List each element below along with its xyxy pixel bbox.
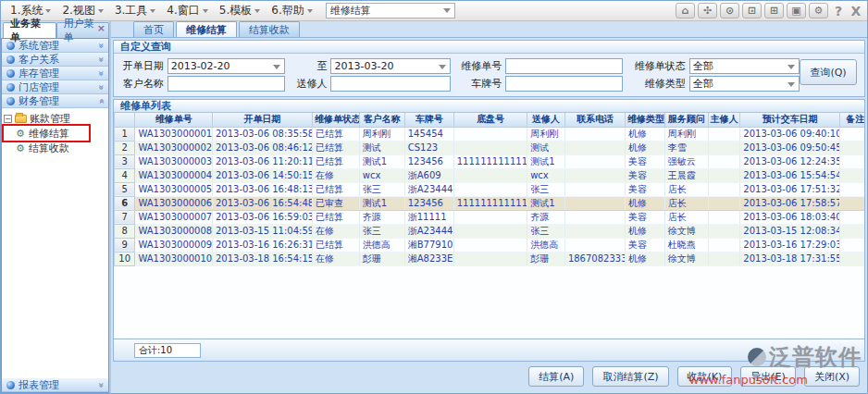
cell: 已结算 [312, 210, 359, 224]
cell: 2013-03-06 18:03:40 [740, 210, 840, 224]
tree-item-label: 结算收款 [29, 142, 69, 155]
plate-input[interactable] [509, 77, 619, 91]
column-header[interactable]: 维修单号 [135, 113, 213, 127]
tree-item-settlement-receipt[interactable]: ⚙ 结算收款 [4, 141, 106, 155]
chevron-down-icon [443, 8, 451, 13]
section-finance-mgmt[interactable]: 财务管理 » [2, 94, 108, 108]
cell: 测试1 [359, 154, 404, 168]
menu-tools[interactable]: 3.工具 [109, 1, 161, 20]
table-row[interactable]: 5WA13030000052013-03-06 16:48:13已结算张三浙A2… [115, 182, 865, 196]
home-icon[interactable]: ⌂ [676, 3, 695, 18]
close-button[interactable]: 关闭(X) [804, 366, 860, 387]
table-row[interactable]: 8WA13030000082013-03-15 11:04:59在修张三浙A23… [115, 224, 865, 238]
terminal-icon[interactable]: ▣ [787, 3, 806, 18]
export-button[interactable]: 导出(E) [740, 366, 796, 387]
help-icon[interactable]: ? [831, 4, 846, 18]
column-header[interactable] [115, 113, 135, 127]
column-header[interactable]: 送修人 [527, 113, 565, 127]
cell: 浙A609 [404, 168, 453, 182]
settle-button[interactable]: 结算(A) [528, 366, 584, 387]
cell: 2013-03-06 14:50:15 [212, 168, 312, 182]
menu-window[interactable]: 4.窗口 [161, 1, 213, 20]
cell: WA1303000005 [135, 182, 213, 196]
monitor-glyph: ⊡ [748, 5, 756, 17]
table-body: 1WA13030000012013-03-06 08:35:58已结算周利刚14… [115, 127, 865, 265]
customer-input[interactable] [171, 77, 281, 91]
cell: 周利刚 [527, 127, 565, 141]
cell [453, 127, 527, 141]
column-header[interactable]: 客户名称 [359, 113, 404, 127]
section-customer-relations[interactable]: 客户关系 » [2, 53, 108, 67]
section-report-mgmt[interactable]: 报表管理 » [2, 378, 108, 392]
column-header[interactable]: 联系电话 [564, 113, 625, 127]
column-header[interactable]: 主修人 [708, 113, 740, 127]
settings-gear-icon[interactable]: ⚙ [809, 3, 828, 18]
order-no-input[interactable] [509, 59, 619, 73]
power-icon[interactable]: ⊙ [720, 3, 739, 18]
table-row[interactable]: 10WA13030000102013-03-18 16:54:15在修彭珊湘A8… [115, 252, 865, 265]
receive-payment-button[interactable]: 收款(K) [677, 366, 733, 387]
repair-list-panel: 维修单列表 维修单号开单日期维修单状态客户名称车牌号底盘号送修人联系电话维修类型… [113, 99, 865, 362]
tab-settlement-receipt[interactable]: 结算收款 [239, 21, 300, 37]
column-header[interactable]: 备注 [840, 113, 864, 127]
fullscreen-icon[interactable]: ✣ [698, 3, 717, 18]
cell [453, 210, 527, 224]
table-row[interactable]: 4WA13030000042013-03-06 14:50:15在修wcx浙A6… [115, 168, 865, 182]
menu-template[interactable]: 5.模板 [214, 1, 266, 20]
cell [564, 154, 625, 168]
table-row[interactable]: 7WA13030000072013-03-06 16:59:03已结算齐源浙11… [115, 210, 865, 224]
tree-node-accounts[interactable]: − 账款管理 [4, 111, 106, 126]
tab-home[interactable]: 首页 [133, 21, 174, 37]
cell [708, 196, 740, 210]
cancel-settle-button[interactable]: 取消结算(Z) [592, 366, 668, 387]
column-header[interactable]: 开单日期 [212, 113, 312, 127]
column-header[interactable]: 维修单状态 [312, 113, 359, 127]
table-row[interactable]: 9WA13030000092013-03-16 16:26:31已结算洪德高湘B… [115, 238, 865, 252]
plate-field [505, 76, 623, 92]
section-inventory-mgmt[interactable]: 库存管理 » [2, 67, 108, 80]
action-button-bar: 结算(A) 取消结算(Z) 收款(K) 导出(E) 关闭(X) [111, 363, 867, 393]
cell [708, 210, 740, 224]
cell: WA1303000004 [135, 168, 213, 182]
to-date-select[interactable]: 2013-03-20 [330, 58, 450, 74]
column-header[interactable]: 预计交车日期 [740, 113, 840, 127]
module-select[interactable]: 维修结算 [326, 3, 455, 18]
tree-collapse-icon[interactable]: − [4, 115, 12, 123]
cell: 2013-03-15 12:08:34 [740, 224, 840, 238]
column-header[interactable]: 服务顾问 [664, 113, 708, 127]
column-header[interactable]: 底盘号 [453, 113, 527, 127]
menu-help[interactable]: 6.帮助 [266, 1, 317, 20]
column-header[interactable]: 维修类型 [626, 113, 665, 127]
tree-item-repair-settlement[interactable]: ⚙ 维修结算 [4, 126, 89, 141]
chevron-down-icon [307, 9, 313, 13]
section-store-mgmt[interactable]: 门店管理 » [2, 80, 108, 94]
monitor-icon[interactable]: ⊡ [742, 3, 762, 18]
cell: 2013-03-06 17:51:32 [740, 182, 840, 196]
column-header[interactable]: 车牌号 [404, 113, 453, 127]
cell: 1111111111111111 [453, 196, 527, 210]
cell: 机修 [626, 224, 665, 238]
sidebar-close-icon[interactable]: × [97, 23, 105, 33]
sender-input[interactable] [334, 77, 446, 91]
cell: 湘B77910 [404, 238, 453, 252]
cell: 浙11111 [404, 210, 453, 224]
repair-table-wrap[interactable]: 维修单号开单日期维修单状态客户名称车牌号底盘号送修人联系电话维修类型服务顾问主修… [114, 113, 864, 339]
from-date-select[interactable]: 2013-02-20 [167, 58, 285, 74]
close-icon[interactable]: X [849, 4, 863, 18]
table-row[interactable]: 3WA13030000032013-03-06 11:20:11已结算测试112… [115, 154, 865, 168]
menu-label: 6.帮助 [271, 3, 304, 18]
query-panel: 自定义查询 开单日期 2013-02-20 至 2013-03-20 维修单号 … [113, 40, 865, 97]
tab-repair-settlement[interactable]: 维修结算 [176, 21, 237, 37]
cell [840, 238, 864, 252]
tab-business-menu[interactable]: 业务菜单 [3, 22, 56, 38]
table-row[interactable]: 2WA13030000022013-03-06 08:46:12已结算测试CS1… [115, 141, 865, 154]
cell: 已审查 [312, 196, 359, 210]
type-select[interactable]: 全部 [689, 76, 800, 92]
search-button[interactable]: 查询(Q) [800, 59, 857, 85]
section-sphere-icon [6, 97, 15, 105]
status-select[interactable]: 全部 [689, 58, 800, 74]
apps-icon[interactable]: ⊞ [764, 3, 784, 18]
table-row[interactable]: 1WA13030000012013-03-06 08:35:58已结算周利刚14… [115, 127, 865, 141]
table-row[interactable]: 6WA13030000062013-03-06 16:54:48已审查测试112… [115, 196, 865, 210]
app-window: 1.系统 2.视图 3.工具 4.窗口 5.模板 6.帮助 维修结算 ⌂ ✣ ⊙… [0, 0, 868, 394]
